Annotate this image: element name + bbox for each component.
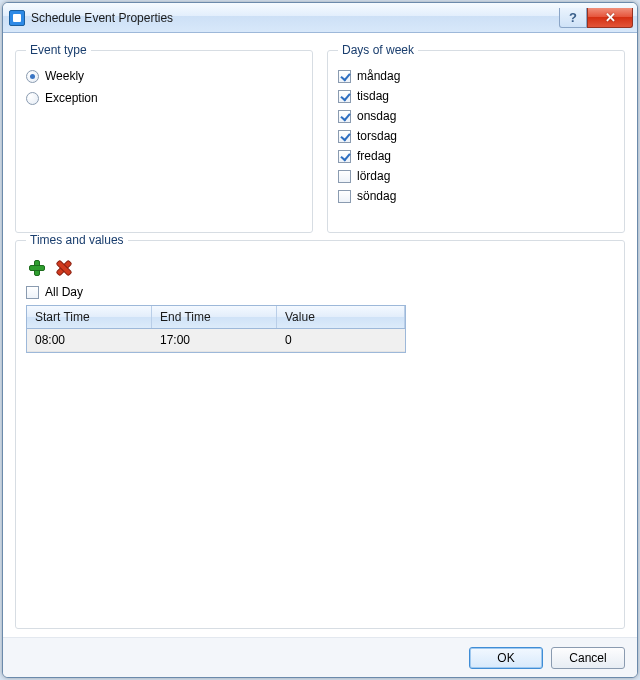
day-label: söndag (357, 189, 396, 203)
event-type-weekly[interactable]: Weekly (26, 69, 302, 83)
days-legend: Days of week (338, 43, 418, 57)
cell-value: 0 (277, 329, 405, 351)
event-type-exception[interactable]: Exception (26, 91, 302, 105)
day-label: tisdag (357, 89, 389, 103)
col-value[interactable]: Value (277, 306, 405, 328)
day-label: lördag (357, 169, 390, 183)
day-saturday[interactable]: lördag (338, 169, 614, 183)
event-type-group: Event type Weekly Exception (15, 43, 313, 233)
checkbox-icon (338, 130, 351, 143)
day-label: onsdag (357, 109, 396, 123)
day-sunday[interactable]: söndag (338, 189, 614, 203)
all-day-label: All Day (45, 285, 83, 299)
day-wednesday[interactable]: onsdag (338, 109, 614, 123)
radio-icon (26, 70, 39, 83)
delete-icon (54, 259, 70, 275)
cell-start-time: 08:00 (27, 329, 152, 351)
day-label: torsdag (357, 129, 397, 143)
add-button[interactable] (26, 257, 46, 277)
ok-label: OK (497, 651, 514, 665)
checkbox-icon (338, 190, 351, 203)
col-start-time[interactable]: Start Time (27, 306, 152, 328)
checkbox-icon (26, 286, 39, 299)
event-type-label: Exception (45, 91, 98, 105)
event-type-options: Weekly Exception (26, 69, 302, 105)
delete-button[interactable] (52, 257, 72, 277)
checkbox-icon (338, 170, 351, 183)
close-button[interactable]: ✕ (587, 8, 633, 28)
cancel-button[interactable]: Cancel (551, 647, 625, 669)
col-end-time[interactable]: End Time (152, 306, 277, 328)
all-day-checkbox[interactable]: All Day (26, 285, 614, 299)
top-row: Event type Weekly Exception Days of week (15, 43, 625, 233)
day-thursday[interactable]: torsdag (338, 129, 614, 143)
table-row[interactable]: 08:00 17:00 0 (27, 329, 405, 352)
dialog-footer: OK Cancel (3, 637, 637, 677)
grid-header: Start Time End Time Value (27, 306, 405, 329)
checkbox-icon (338, 150, 351, 163)
times-values-group: Times and values All Day Start Tim (15, 233, 625, 629)
dialog-window: Schedule Event Properties ? ✕ Event type… (2, 2, 638, 678)
checkbox-icon (338, 70, 351, 83)
window-title: Schedule Event Properties (31, 11, 559, 25)
cell-end-time: 17:00 (152, 329, 277, 351)
event-type-legend: Event type (26, 43, 91, 57)
event-type-label: Weekly (45, 69, 84, 83)
titlebar: Schedule Event Properties ? ✕ (3, 3, 637, 33)
ok-button[interactable]: OK (469, 647, 543, 669)
help-button[interactable]: ? (559, 8, 587, 28)
times-grid: Start Time End Time Value 08:00 17:00 0 (26, 305, 406, 353)
cancel-label: Cancel (569, 651, 606, 665)
day-friday[interactable]: fredag (338, 149, 614, 163)
app-icon (9, 10, 25, 26)
checkbox-icon (338, 110, 351, 123)
radio-icon (26, 92, 39, 105)
day-label: måndag (357, 69, 400, 83)
day-label: fredag (357, 149, 391, 163)
times-toolbar (26, 255, 614, 283)
checkbox-icon (338, 90, 351, 103)
days-list: måndag tisdag onsdag torsdag (338, 69, 614, 203)
times-legend: Times and values (26, 233, 128, 247)
dialog-body: Event type Weekly Exception Days of week (3, 33, 637, 637)
plus-icon (28, 259, 44, 275)
day-monday[interactable]: måndag (338, 69, 614, 83)
days-of-week-group: Days of week måndag tisdag onsdag (327, 43, 625, 233)
day-tuesday[interactable]: tisdag (338, 89, 614, 103)
